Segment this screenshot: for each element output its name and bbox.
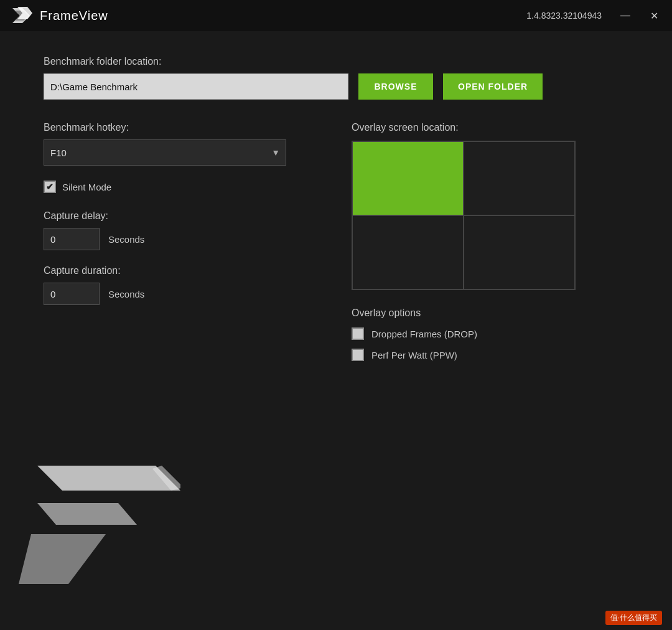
browse-button[interactable]: BROWSE [358,73,433,100]
capture-delay-section: Capture delay: Seconds [44,210,320,250]
app-title: FrameView [40,9,108,23]
hotkey-select-wrapper: F10 F1 F2 F3 F4 F5 F6 F7 F8 F9 F11 F12 ▼ [44,139,286,166]
left-column: Benchmark hotkey: F10 F1 F2 F3 F4 F5 F6 … [44,122,320,370]
silent-mode-row: ✔ Silent Mode [44,181,320,193]
close-button[interactable]: ✕ [646,9,662,23]
overlay-cell-top-right[interactable] [464,141,575,215]
hotkey-section: Benchmark hotkey: F10 F1 F2 F3 F4 F5 F6 … [44,122,320,166]
capture-duration-input[interactable] [44,283,100,305]
folder-location-label: Benchmark folder location: [44,56,628,67]
overlay-location-label: Overlay screen location: [352,122,628,133]
perf-per-watt-label: Perf Per Watt (PPW) [371,350,457,360]
silent-mode-label: Silent Mode [62,182,111,192]
dropped-frames-checkbox[interactable] [352,327,364,340]
version-text: 1.4.8323.32104943 [526,11,602,21]
capture-delay-unit: Seconds [108,234,144,245]
capture-delay-input[interactable] [44,228,100,250]
hotkey-select[interactable]: F10 F1 F2 F3 F4 F5 F6 F7 F8 F9 F11 F12 [44,139,286,166]
overlay-grid [352,141,576,290]
capture-duration-section: Capture duration: Seconds [44,265,320,305]
title-bar-left: FrameView [10,4,108,27]
silent-mode-checkbox[interactable]: ✔ [44,181,56,193]
watermark-badge: 值·什么值得买 [605,611,662,625]
right-column: Overlay screen location: Overlay options… [352,122,628,370]
window-controls: — ✕ [617,9,662,23]
dropped-frames-row: Dropped Frames (DROP) [352,327,628,340]
minimize-button[interactable]: — [617,9,634,22]
perf-per-watt-row: Perf Per Watt (PPW) [352,349,628,361]
svg-marker-5 [19,534,106,584]
checkbox-check-icon: ✔ [46,182,54,192]
dropped-frames-label: Dropped Frames (DROP) [371,329,477,339]
capture-delay-row: Seconds [44,228,320,250]
capture-delay-label: Capture delay: [44,210,320,222]
overlay-cell-bottom-left[interactable] [352,215,464,289]
large-logo-icon [19,453,180,590]
title-bar: FrameView 1.4.8323.32104943 — ✕ [0,0,672,31]
overlay-options-label: Overlay options [352,308,628,319]
svg-marker-4 [37,503,137,525]
open-folder-button[interactable]: OPEN FOLDER [443,73,543,100]
capture-duration-unit: Seconds [108,289,144,299]
overlay-cell-top-left[interactable] [352,141,464,215]
hotkey-label: Benchmark hotkey: [44,122,320,133]
title-bar-right: 1.4.8323.32104943 — ✕ [526,9,662,23]
capture-duration-label: Capture duration: [44,265,320,276]
overlay-cell-bottom-right[interactable] [464,215,575,289]
two-col-layout: Benchmark hotkey: F10 F1 F2 F3 F4 F5 F6 … [44,122,628,370]
capture-duration-row: Seconds [44,283,320,305]
folder-row: BROWSE OPEN FOLDER [44,73,628,100]
app-logo-icon [10,4,32,27]
main-content: Benchmark folder location: BROWSE OPEN F… [0,31,672,382]
folder-input[interactable] [44,73,348,100]
logo-watermark [19,453,180,593]
perf-per-watt-checkbox[interactable] [352,349,364,361]
